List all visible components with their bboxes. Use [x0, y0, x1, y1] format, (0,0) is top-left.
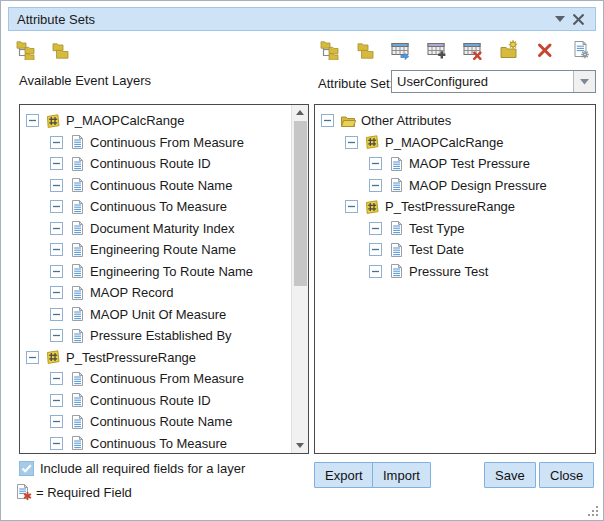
tree-item[interactable]: Continuous Route Name	[20, 411, 291, 433]
export-button[interactable]: Export	[314, 462, 374, 488]
tree-item-label: Continuous From Measure	[90, 135, 244, 150]
close-button[interactable]: Close	[539, 462, 594, 488]
combobox-dropdown-button[interactable]	[573, 71, 595, 92]
tree-item[interactable]: Continuous Route ID	[20, 153, 291, 175]
collapse-minus-icon[interactable]	[345, 200, 358, 213]
attribute-set-combobox[interactable]: UserConfigured	[391, 70, 596, 93]
expand-set-tree-button[interactable]	[319, 40, 339, 60]
field-icon	[69, 263, 85, 279]
resize-grip-icon[interactable]	[586, 503, 599, 516]
tree-item[interactable]: Continuous To Measure	[20, 433, 291, 454]
tree-item[interactable]: P_MAOPCalcRange	[315, 132, 595, 154]
toolbar	[15, 38, 591, 62]
tree-item[interactable]: Test Type	[315, 218, 595, 240]
tree-item[interactable]: MAOP Record	[20, 282, 291, 304]
remove-item-button[interactable]	[535, 40, 555, 60]
tree-item[interactable]: Continuous From Measure	[20, 368, 291, 390]
import-button[interactable]: Import	[372, 462, 431, 488]
collapse-minus-icon[interactable]	[26, 114, 39, 127]
scroll-down-icon[interactable]	[292, 438, 308, 453]
collapse-minus-icon[interactable]	[50, 415, 63, 428]
tree-item[interactable]: MAOP Design Pressure	[315, 175, 595, 197]
tree-item[interactable]: P_TestPressureRange	[315, 196, 595, 218]
field-icon	[69, 199, 85, 215]
save-button[interactable]: Save	[484, 462, 536, 488]
field-icon	[388, 156, 404, 172]
add-event-layer-to-set-button[interactable]	[391, 40, 411, 60]
new-group-button[interactable]	[499, 40, 519, 60]
field-icon	[388, 242, 404, 258]
collapse-minus-icon[interactable]	[369, 179, 382, 192]
collapse-minus-icon[interactable]	[369, 157, 382, 170]
tree-item[interactable]: MAOP Unit Of Measure	[20, 304, 291, 326]
tree-item[interactable]: Document Maturity Index	[20, 218, 291, 240]
tree-item[interactable]: Engineering Route Name	[20, 239, 291, 261]
collapse-minus-icon[interactable]	[50, 308, 63, 321]
collapse-minus-icon[interactable]	[369, 222, 382, 235]
table-arrow-icon	[391, 40, 411, 60]
table-x-icon	[463, 40, 483, 60]
chevron-down-icon	[555, 16, 565, 22]
tree-item[interactable]: Continuous Route ID	[20, 390, 291, 412]
tree-item[interactable]: Continuous Route Name	[20, 175, 291, 197]
tree-item-label: Pressure Test	[409, 264, 488, 279]
tree-item-label: Engineering Route Name	[90, 242, 236, 257]
tree-item[interactable]: P_TestPressureRange	[20, 347, 291, 369]
collapse-minus-icon[interactable]	[321, 114, 334, 127]
tree-item-label: P_MAOPCalcRange	[66, 113, 185, 128]
tree-item[interactable]: Engineering To Route Name	[20, 261, 291, 283]
tree-item-label: P_TestPressureRange	[385, 199, 515, 214]
collapse-minus-icon[interactable]	[50, 329, 63, 342]
collapse-minus-icon[interactable]	[50, 179, 63, 192]
include-required-fields-label: Include all required fields for a layer	[40, 461, 245, 476]
field-icon	[69, 285, 85, 301]
scroll-up-icon[interactable]	[292, 105, 308, 120]
collapse-minus-icon[interactable]	[369, 265, 382, 278]
include-required-fields-checkbox[interactable]	[19, 461, 34, 476]
scrollbar-thumb[interactable]	[294, 121, 307, 286]
collapse-minus-icon[interactable]	[50, 243, 63, 256]
delete-attribute-set-button[interactable]	[463, 40, 483, 60]
collapse-minus-icon[interactable]	[369, 243, 382, 256]
collapse-minus-icon[interactable]	[50, 286, 63, 299]
close-icon	[573, 14, 584, 25]
red-x-icon	[535, 40, 555, 60]
close-window-button[interactable]	[569, 10, 587, 28]
collapse-minus-icon[interactable]	[50, 222, 63, 235]
tree-item[interactable]: Other Attributes	[315, 110, 595, 132]
tree-item-label: P_MAOPCalcRange	[385, 135, 504, 150]
tree-item-label: MAOP Record	[90, 285, 174, 300]
tree-item[interactable]: Pressure Test	[315, 261, 595, 283]
tree-item[interactable]: MAOP Test Pressure	[315, 153, 595, 175]
collapse-minus-icon[interactable]	[50, 200, 63, 213]
tree-item[interactable]: Continuous To Measure	[20, 196, 291, 218]
tree-item[interactable]: Test Date	[315, 239, 595, 261]
collapse-minus-icon[interactable]	[26, 351, 39, 364]
expand-layers-tree-button[interactable]	[15, 40, 35, 60]
new-attribute-set-button[interactable]	[427, 40, 447, 60]
collapse-minus-icon[interactable]	[50, 265, 63, 278]
collapse-set-tree-button[interactable]	[355, 40, 375, 60]
collapse-window-button[interactable]	[551, 10, 569, 28]
field-icon	[388, 263, 404, 279]
collapse-minus-icon[interactable]	[50, 394, 63, 407]
tree-item[interactable]: Continuous From Measure	[20, 132, 291, 154]
tree-item[interactable]: P_MAOPCalcRange	[20, 110, 291, 132]
collapse-minus-icon[interactable]	[50, 437, 63, 450]
properties-button[interactable]	[571, 40, 591, 60]
collapse-minus-icon[interactable]	[345, 136, 358, 149]
vertical-scrollbar[interactable]	[291, 105, 308, 453]
attribute-set-value: UserConfigured	[392, 71, 573, 92]
chevron-down-icon	[580, 79, 589, 85]
field-icon	[69, 435, 85, 451]
tree-item[interactable]: Pressure Established By	[20, 325, 291, 347]
tree-item-label: MAOP Design Pressure	[409, 178, 547, 193]
tree-item-label: P_TestPressureRange	[66, 350, 196, 365]
collapse-minus-icon[interactable]	[50, 136, 63, 149]
collapse-minus-icon[interactable]	[50, 372, 63, 385]
folders-icon	[355, 40, 375, 60]
collapse-layers-tree-button[interactable]	[50, 40, 70, 60]
available-layers-panel: P_MAOPCalcRangeContinuous From MeasureCo…	[19, 104, 309, 454]
tree-item-label: Document Maturity Index	[90, 221, 235, 236]
collapse-minus-icon[interactable]	[50, 157, 63, 170]
